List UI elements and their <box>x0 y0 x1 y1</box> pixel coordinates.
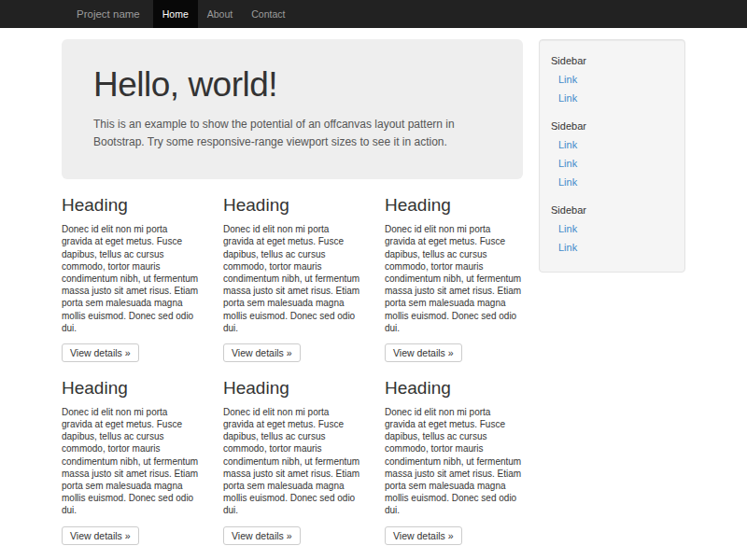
card-heading: Heading <box>62 379 200 399</box>
card-body-text: Donec id elit non mi porta gravida at eg… <box>385 223 523 334</box>
content-card: Heading Donec id elit non mi porta gravi… <box>385 362 523 545</box>
sidebar-link[interactable]: Link <box>551 173 673 191</box>
sidebar-link[interactable]: Link <box>551 238 673 257</box>
card-heading: Heading <box>223 379 361 399</box>
sidebar-link[interactable]: Link <box>551 154 673 173</box>
sidebar: Sidebar Link Link Sidebar Link Link Link… <box>539 39 685 273</box>
card-heading: Heading <box>223 196 361 216</box>
navbar-menu: Home About Contact <box>153 0 295 28</box>
sidebar-link[interactable]: Link <box>551 219 673 238</box>
content-card: Heading Donec id elit non mi porta gravi… <box>62 179 200 362</box>
card-body-text: Donec id elit non mi porta gravida at eg… <box>223 223 361 334</box>
card-body-text: Donec id elit non mi porta gravida at eg… <box>62 406 200 517</box>
view-details-button[interactable]: View details » <box>62 526 139 545</box>
content-card: Heading Donec id elit non mi porta gravi… <box>223 362 361 545</box>
sidebar-group-header: Sidebar <box>551 51 673 70</box>
page-container: Hello, world! This is an example to show… <box>62 39 685 560</box>
sidebar-group: Sidebar Link Link <box>551 51 673 107</box>
nav-item-about[interactable]: About <box>198 0 242 28</box>
sidebar-link[interactable]: Link <box>551 135 673 154</box>
card-heading: Heading <box>385 379 523 399</box>
view-details-button[interactable]: View details » <box>223 343 301 362</box>
content-card: Heading Donec id elit non mi porta gravi… <box>223 179 361 362</box>
sidebar-group-header: Sidebar <box>551 117 673 135</box>
content-row: Hello, world! This is an example to show… <box>62 39 685 545</box>
view-details-button[interactable]: View details » <box>62 343 139 362</box>
navbar-container: Project name Home About Contact <box>62 0 685 28</box>
sidebar-link[interactable]: Link <box>551 70 673 89</box>
page-title: Hello, world! <box>93 65 491 105</box>
view-details-button[interactable]: View details » <box>223 526 301 545</box>
card-heading: Heading <box>62 196 200 216</box>
content-card: Heading Donec id elit non mi porta gravi… <box>62 362 200 545</box>
jumbotron: Hello, world! This is an example to show… <box>62 39 523 179</box>
main-content: Hello, world! This is an example to show… <box>62 39 523 545</box>
sidebar-group-header: Sidebar <box>551 201 673 219</box>
card-body-text: Donec id elit non mi porta gravida at eg… <box>62 223 200 334</box>
navbar: Project name Home About Contact <box>0 0 747 28</box>
content-card: Heading Donec id elit non mi porta gravi… <box>385 179 523 362</box>
sidebar-group: Sidebar Link Link <box>551 201 673 257</box>
sidebar-link[interactable]: Link <box>551 89 673 107</box>
card-heading: Heading <box>385 196 523 216</box>
sidebar-group: Sidebar Link Link Link <box>551 117 673 191</box>
view-details-button[interactable]: View details » <box>385 343 462 362</box>
view-details-button[interactable]: View details » <box>385 526 462 545</box>
cards-grid: Heading Donec id elit non mi porta gravi… <box>62 179 523 544</box>
card-body-text: Donec id elit non mi porta gravida at eg… <box>223 406 361 517</box>
navbar-brand[interactable]: Project name <box>62 0 153 28</box>
jumbotron-description: This is an example to show the potential… <box>93 116 491 151</box>
nav-item-home[interactable]: Home <box>153 0 198 28</box>
nav-item-contact[interactable]: Contact <box>242 0 294 28</box>
card-body-text: Donec id elit non mi porta gravida at eg… <box>385 406 523 517</box>
